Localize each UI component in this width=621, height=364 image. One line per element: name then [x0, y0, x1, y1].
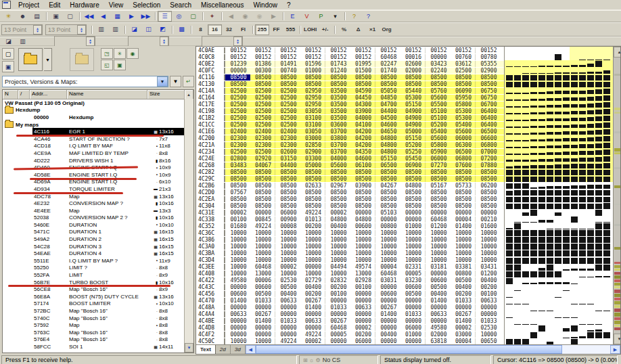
hex-cell[interactable]: 08500 [375, 203, 400, 209]
hex-cell[interactable]: 05440 [400, 88, 426, 94]
hex-cell[interactable]: 01033 [451, 298, 476, 304]
hex-cell[interactable]: 03150 [275, 156, 300, 162]
hex-cell[interactable]: 08500 [400, 81, 426, 87]
hex-cell[interactable]: 00600 [400, 284, 426, 290]
hex-cell[interactable]: 08500 [350, 203, 376, 209]
hex-cell[interactable]: 07567 [225, 189, 250, 196]
hex-cell[interactable]: 00002 [350, 325, 376, 331]
hex-cell[interactable]: 10000 [476, 257, 501, 263]
hex-cell[interactable]: 08500 [476, 74, 501, 81]
hex-cell[interactable]: 05600 [451, 129, 476, 135]
hex-cell[interactable]: 01033 [476, 318, 501, 324]
hex-cell[interactable]: 08500 [451, 74, 476, 81]
hex-cell[interactable]: 10000 [426, 237, 451, 243]
hex-cell[interactable]: 04800 [350, 217, 376, 223]
tree-item-56B7E[interactable]: 56B7ETURBO BOOST▮10x16 [3, 279, 185, 286]
hex-cell[interactable]: 08500 [275, 169, 300, 175]
hex-cell[interactable]: 00633 [426, 311, 451, 317]
hex-cell[interactable]: 01400 [426, 298, 451, 304]
back-icon[interactable]: ◀ [224, 11, 238, 22]
hex-cell[interactable]: 08500 [476, 203, 501, 209]
new-project-icon[interactable]: ✳ [1, 11, 16, 22]
view-32bit-button[interactable]: 32 [222, 24, 236, 35]
column-header-size[interactable]: Size [147, 90, 185, 99]
hex-cell[interactable]: 01995 [350, 61, 376, 67]
tree-item-4D934[interactable]: 4D934TORQUE LIMITER▬21x3 [3, 185, 185, 193]
hex-cell[interactable]: 03100 [300, 115, 326, 121]
hex-cell[interactable]: 00000 [426, 54, 451, 60]
hex-cell[interactable]: 10000 [451, 257, 476, 263]
hex-cell[interactable]: 00000 [250, 332, 276, 338]
hex-cell[interactable]: 05300 [451, 108, 476, 114]
hex-cell[interactable]: 10000 [275, 271, 300, 277]
hex-cell[interactable]: 08500 [451, 203, 476, 209]
hex-cell[interactable]: 08500 [400, 189, 426, 196]
view-hex-button[interactable]: FF [269, 24, 283, 35]
hex-cell[interactable]: 05600 [426, 135, 451, 141]
hex-cell[interactable]: 07880 [476, 162, 501, 168]
hex-cell[interactable]: 00000 [300, 264, 326, 270]
values-window-icon[interactable]: V [300, 11, 314, 22]
hex-cell[interactable]: 00000 [350, 210, 376, 216]
grid-x-spinner-arrows[interactable]: ▲▼ [33, 25, 42, 35]
hex-cell[interactable]: 08500 [275, 74, 300, 81]
hex-cell[interactable]: 00000 [350, 311, 376, 317]
hex-cell[interactable]: 60468 [250, 264, 276, 270]
hex-cell[interactable]: 00152 [275, 47, 300, 53]
hex-cell[interactable]: 10000 [476, 230, 501, 236]
upload-globe-icon[interactable]: ◉ [252, 11, 267, 22]
tab-3d[interactable]: 3d [231, 345, 246, 354]
hex-cell[interactable]: 05733 [451, 183, 476, 189]
tree-item-4E232[interactable]: 4E232CONVERSION MAP ?▮10x16 [3, 200, 185, 207]
hex-cell[interactable]: 02300 [250, 135, 276, 141]
hex-cell[interactable]: 49224 [300, 332, 326, 338]
hex-cell[interactable]: 01400 [451, 223, 476, 229]
hex-cell[interactable]: 10000 [350, 237, 376, 243]
view-16bit-button[interactable]: 16 [208, 24, 222, 35]
hex-cell[interactable]: 10000 [426, 257, 451, 263]
tree-item-57592[interactable]: 57592Map▪8x8 [3, 321, 185, 329]
hex-cell[interactable]: 10000 [400, 257, 426, 263]
hex-cell[interactable]: 01400 [451, 318, 476, 324]
bar-preview-pane[interactable] [504, 47, 613, 344]
hex-cell[interactable]: 00000 [275, 311, 300, 317]
hex-cell[interactable]: 02000 [400, 68, 426, 74]
hex-cell[interactable]: 02920 [250, 156, 276, 162]
hex-cell[interactable]: 10000 [325, 237, 350, 243]
hex-cell[interactable]: 00152 [350, 47, 376, 53]
hex-cell[interactable]: 02600 [275, 149, 300, 155]
hex-cell[interactable]: 05167 [426, 183, 451, 189]
hex-cell[interactable]: 02530 [275, 277, 300, 283]
hscroll-right-button[interactable]: ▶ [610, 345, 620, 354]
split-horizontal-icon[interactable]: ▥ [94, 24, 108, 35]
hex-cell[interactable]: 02500 [250, 95, 276, 101]
hex-cell[interactable]: 02967 [325, 183, 350, 189]
hex-cell[interactable]: 10000 [325, 244, 350, 250]
hex-cell[interactable]: 04300 [350, 101, 376, 108]
hex-cell[interactable]: 10000 [476, 250, 501, 256]
scroll-down-button[interactable]: ▼ [614, 334, 620, 344]
hex-cell[interactable]: 03000 [451, 332, 476, 338]
hex-cell[interactable]: 06000 [451, 135, 476, 141]
hex-cell[interactable]: 00000 [451, 210, 476, 216]
map-create-icon[interactable]: ◪ [127, 24, 141, 35]
tree-item-572BC[interactable]: 572BCMap "Bosch 16"∙8x8 [3, 307, 185, 315]
hex-cell[interactable]: 00000 [375, 284, 400, 290]
column-header-name[interactable]: Name [67, 90, 147, 99]
hex-cell[interactable]: 02832 [325, 277, 350, 283]
hex-cell[interactable]: 10000 [451, 250, 476, 256]
hex-cell[interactable]: 01033 [250, 298, 276, 304]
hex-cell[interactable]: 10000 [225, 264, 250, 270]
hex-cell[interactable]: 60468 [375, 54, 400, 60]
hex-cell[interactable]: 00000 [250, 210, 276, 216]
hex-cell[interactable]: 04800 [400, 183, 426, 189]
hex-cell[interactable]: 05500 [426, 101, 451, 108]
hex-cell[interactable]: 06000 [400, 325, 426, 331]
hex-cell[interactable]: 03300 [300, 156, 326, 162]
hex-cell[interactable]: 00600 [375, 291, 400, 297]
hex-cell[interactable]: 00152 [275, 54, 300, 60]
hex-cell[interactable]: 03381 [451, 264, 476, 270]
hex-cell[interactable]: 00008 [275, 223, 300, 229]
window-export-button[interactable]: ◱ [101, 60, 113, 70]
hex-cell[interactable]: 01000 [400, 332, 426, 338]
